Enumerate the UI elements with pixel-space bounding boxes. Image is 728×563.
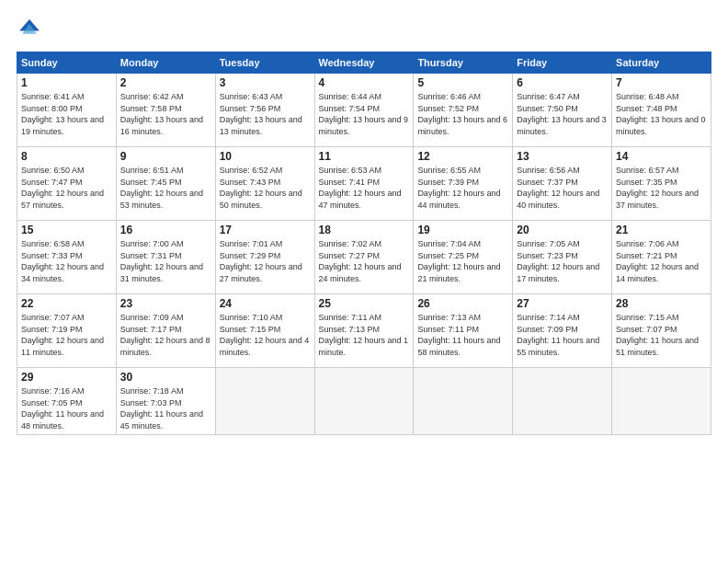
day-info: Sunrise: 7:10 AMSunset: 7:15 PMDaylight:… <box>220 313 310 357</box>
calendar-cell: 25 Sunrise: 7:11 AMSunset: 7:13 PMDaylig… <box>314 294 414 368</box>
calendar-cell: 10 Sunrise: 6:52 AMSunset: 7:43 PMDaylig… <box>215 147 314 221</box>
day-info: Sunrise: 6:47 AMSunset: 7:50 PMDaylight:… <box>517 92 607 136</box>
calendar-cell: 21 Sunrise: 7:06 AMSunset: 7:21 PMDaylig… <box>612 221 711 294</box>
day-info: Sunrise: 6:56 AMSunset: 7:37 PMDaylight:… <box>517 166 599 210</box>
day-info: Sunrise: 6:44 AMSunset: 7:54 PMDaylight:… <box>319 92 409 136</box>
weekday-header-cell: Tuesday <box>215 52 314 74</box>
calendar-cell <box>414 368 513 435</box>
logo <box>17 17 46 42</box>
calendar-cell: 14 Sunrise: 6:57 AMSunset: 7:35 PMDaylig… <box>612 147 711 221</box>
day-number: 22 <box>21 297 112 310</box>
calendar-cell: 12 Sunrise: 6:55 AMSunset: 7:39 PMDaylig… <box>414 147 513 221</box>
calendar-week-row: 29 Sunrise: 7:16 AMSunset: 7:05 PMDaylig… <box>17 368 711 435</box>
day-info: Sunrise: 7:05 AMSunset: 7:23 PMDaylight:… <box>517 239 599 283</box>
day-number: 21 <box>616 224 707 236</box>
day-number: 28 <box>616 297 707 310</box>
day-info: Sunrise: 6:58 AMSunset: 7:33 PMDaylight:… <box>21 239 104 283</box>
day-info: Sunrise: 6:57 AMSunset: 7:35 PMDaylight:… <box>616 166 699 210</box>
calendar-cell: 19 Sunrise: 7:04 AMSunset: 7:25 PMDaylig… <box>414 221 513 294</box>
calendar-cell: 6 Sunrise: 6:47 AMSunset: 7:50 PMDayligh… <box>513 74 612 147</box>
day-info: Sunrise: 7:13 AMSunset: 7:11 PMDaylight:… <box>417 313 500 357</box>
weekday-header-cell: Wednesday <box>314 52 414 74</box>
calendar-week-row: 15 Sunrise: 6:58 AMSunset: 7:33 PMDaylig… <box>17 221 711 294</box>
day-info: Sunrise: 6:50 AMSunset: 7:47 PMDaylight:… <box>21 166 104 210</box>
calendar-week-row: 22 Sunrise: 7:07 AMSunset: 7:19 PMDaylig… <box>17 294 711 368</box>
calendar-cell: 24 Sunrise: 7:10 AMSunset: 7:15 PMDaylig… <box>215 294 314 368</box>
day-number: 29 <box>21 371 112 384</box>
calendar-cell: 16 Sunrise: 7:00 AMSunset: 7:31 PMDaylig… <box>116 221 215 294</box>
calendar-week-row: 1 Sunrise: 6:41 AMSunset: 8:00 PMDayligh… <box>17 74 711 147</box>
calendar-cell: 22 Sunrise: 7:07 AMSunset: 7:19 PMDaylig… <box>17 294 117 368</box>
calendar-page: SundayMondayTuesdayWednesdayThursdayFrid… <box>0 0 728 563</box>
day-info: Sunrise: 7:01 AMSunset: 7:29 PMDaylight:… <box>220 239 302 283</box>
day-info: Sunrise: 7:15 AMSunset: 7:07 PMDaylight:… <box>616 313 699 357</box>
calendar-cell: 23 Sunrise: 7:09 AMSunset: 7:17 PMDaylig… <box>116 294 215 368</box>
calendar-cell: 27 Sunrise: 7:14 AMSunset: 7:09 PMDaylig… <box>513 294 612 368</box>
day-number: 15 <box>21 224 112 236</box>
day-number: 11 <box>319 150 410 163</box>
day-number: 10 <box>220 150 311 163</box>
day-info: Sunrise: 7:14 AMSunset: 7:09 PMDaylight:… <box>517 313 599 357</box>
calendar-cell: 15 Sunrise: 6:58 AMSunset: 7:33 PMDaylig… <box>17 221 117 294</box>
day-number: 19 <box>417 224 508 236</box>
weekday-header-cell: Sunday <box>17 52 117 74</box>
day-info: Sunrise: 7:06 AMSunset: 7:21 PMDaylight:… <box>616 239 699 283</box>
day-number: 26 <box>417 297 508 310</box>
day-number: 5 <box>417 76 508 89</box>
calendar-cell: 7 Sunrise: 6:48 AMSunset: 7:48 PMDayligh… <box>612 74 711 147</box>
day-number: 24 <box>220 297 311 310</box>
weekday-header-cell: Friday <box>513 52 612 74</box>
day-info: Sunrise: 6:48 AMSunset: 7:48 PMDaylight:… <box>616 92 706 136</box>
day-info: Sunrise: 6:52 AMSunset: 7:43 PMDaylight:… <box>220 166 302 210</box>
day-info: Sunrise: 7:00 AMSunset: 7:31 PMDaylight:… <box>120 239 203 283</box>
calendar-table: SundayMondayTuesdayWednesdayThursdayFrid… <box>17 52 711 435</box>
calendar-cell: 17 Sunrise: 7:01 AMSunset: 7:29 PMDaylig… <box>215 221 314 294</box>
day-info: Sunrise: 6:46 AMSunset: 7:52 PMDaylight:… <box>417 92 507 136</box>
day-info: Sunrise: 6:41 AMSunset: 8:00 PMDaylight:… <box>21 92 104 136</box>
day-number: 23 <box>120 297 211 310</box>
day-info: Sunrise: 7:02 AMSunset: 7:27 PMDaylight:… <box>319 239 402 283</box>
header <box>17 17 711 42</box>
calendar-cell: 5 Sunrise: 6:46 AMSunset: 7:52 PMDayligh… <box>414 74 513 147</box>
calendar-cell: 9 Sunrise: 6:51 AMSunset: 7:45 PMDayligh… <box>116 147 215 221</box>
day-info: Sunrise: 7:18 AMSunset: 7:03 PMDaylight:… <box>120 386 203 431</box>
calendar-cell: 2 Sunrise: 6:42 AMSunset: 7:58 PMDayligh… <box>116 74 215 147</box>
calendar-body: 1 Sunrise: 6:41 AMSunset: 8:00 PMDayligh… <box>17 74 711 435</box>
day-info: Sunrise: 6:43 AMSunset: 7:56 PMDaylight:… <box>220 92 302 136</box>
day-info: Sunrise: 6:53 AMSunset: 7:41 PMDaylight:… <box>319 166 402 210</box>
calendar-cell: 29 Sunrise: 7:16 AMSunset: 7:05 PMDaylig… <box>17 368 117 435</box>
day-info: Sunrise: 6:51 AMSunset: 7:45 PMDaylight:… <box>120 166 203 210</box>
calendar-cell: 4 Sunrise: 6:44 AMSunset: 7:54 PMDayligh… <box>314 74 414 147</box>
day-number: 17 <box>220 224 311 236</box>
day-info: Sunrise: 6:55 AMSunset: 7:39 PMDaylight:… <box>417 166 500 210</box>
calendar-cell: 30 Sunrise: 7:18 AMSunset: 7:03 PMDaylig… <box>116 368 215 435</box>
calendar-cell: 20 Sunrise: 7:05 AMSunset: 7:23 PMDaylig… <box>513 221 612 294</box>
day-number: 2 <box>120 76 211 89</box>
day-info: Sunrise: 7:16 AMSunset: 7:05 PMDaylight:… <box>21 386 104 431</box>
calendar-cell: 1 Sunrise: 6:41 AMSunset: 8:00 PMDayligh… <box>17 74 117 147</box>
weekday-header-cell: Thursday <box>414 52 513 74</box>
day-number: 18 <box>319 224 410 236</box>
day-number: 6 <box>517 76 608 89</box>
day-info: Sunrise: 7:04 AMSunset: 7:25 PMDaylight:… <box>417 239 500 283</box>
calendar-cell: 8 Sunrise: 6:50 AMSunset: 7:47 PMDayligh… <box>17 147 117 221</box>
day-number: 3 <box>220 76 311 89</box>
day-number: 20 <box>517 224 608 236</box>
day-info: Sunrise: 6:42 AMSunset: 7:58 PMDaylight:… <box>120 92 203 136</box>
day-number: 4 <box>319 76 410 89</box>
calendar-week-row: 8 Sunrise: 6:50 AMSunset: 7:47 PMDayligh… <box>17 147 711 221</box>
weekday-header-cell: Saturday <box>612 52 711 74</box>
day-info: Sunrise: 7:09 AMSunset: 7:17 PMDaylight:… <box>120 313 210 357</box>
day-number: 16 <box>120 224 211 236</box>
day-number: 14 <box>616 150 707 163</box>
calendar-cell: 26 Sunrise: 7:13 AMSunset: 7:11 PMDaylig… <box>414 294 513 368</box>
calendar-cell <box>215 368 314 435</box>
day-number: 25 <box>319 297 410 310</box>
day-number: 9 <box>120 150 211 163</box>
day-number: 30 <box>120 371 211 384</box>
day-number: 1 <box>21 76 112 89</box>
day-number: 12 <box>417 150 508 163</box>
day-info: Sunrise: 7:11 AMSunset: 7:13 PMDaylight:… <box>319 313 409 357</box>
day-number: 13 <box>517 150 608 163</box>
calendar-cell <box>314 368 414 435</box>
